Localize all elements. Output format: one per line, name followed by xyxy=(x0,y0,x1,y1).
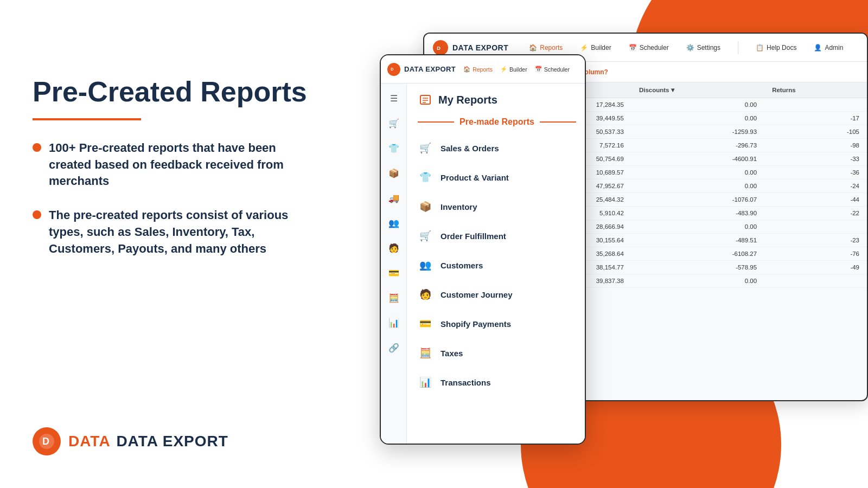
bullet-item-1: 100+ Pre-created reports that have been … xyxy=(33,140,315,190)
svg-text:D: D xyxy=(391,67,393,71)
bullet-item-2: The pre-created reports consist of vario… xyxy=(33,207,315,257)
col-header-discounts[interactable]: Discounts ▾ xyxy=(631,82,764,98)
cell-returns xyxy=(764,274,867,288)
left-content: Pre-Created Reports 100+ Pre-created rep… xyxy=(33,76,315,275)
settings-icon: ⚙️ xyxy=(686,44,694,52)
fg-screenshot: D DATA EXPORT 🏠 Reports ⚡ Builder 📅 Sche… xyxy=(380,54,586,445)
cell-returns xyxy=(764,220,867,234)
sidebar-icon-calc[interactable]: 🧮 xyxy=(386,290,402,306)
bottom-logo: D DATA DATA EXPORT xyxy=(33,427,228,455)
cell-returns: -105 xyxy=(764,125,867,139)
menu-label-shirt: Product & Variant xyxy=(441,173,509,182)
cell-returns: -24 xyxy=(764,179,867,193)
fg-nav-builder[interactable]: ⚡ Builder xyxy=(500,66,527,73)
fg-reports-icon: 🏠 xyxy=(463,66,470,73)
cell-discounts: -489.51 xyxy=(631,234,764,247)
cell-discounts: 0.00 xyxy=(631,220,764,234)
menu-icon-cart: 🛒 xyxy=(418,140,433,156)
bullet-dot-1 xyxy=(33,143,41,152)
sidebar-icon-hamburger[interactable]: ☰ xyxy=(386,90,402,106)
sidebar-icon-people[interactable]: 👥 xyxy=(386,215,402,231)
screenshots-area: D DATA EXPORT 🏠 Reports ⚡ Builder 📅 Sche… xyxy=(380,22,868,466)
cell-discounts: -4600.91 xyxy=(631,152,764,166)
menu-item-cart[interactable]: 🛒 Sales & Orders xyxy=(407,133,586,163)
menu-item-transactions[interactable]: 📊 Transactions xyxy=(407,368,586,397)
scheduler-icon: 📅 xyxy=(629,44,637,52)
bullet-text-1: 100+ Pre-created reports that have been … xyxy=(49,140,315,190)
nav-item-scheduler[interactable]: 📅 Scheduler xyxy=(626,42,672,54)
fg-sidebar: ☰ 🛒 👕 📦 🚚 👥 🧑 💳 🧮 📊 🔗 xyxy=(381,84,407,444)
sidebar-icon-person[interactable]: 🧑 xyxy=(386,240,402,256)
nav-brand: D DATA EXPORT xyxy=(433,40,508,55)
dropdown-header-icon xyxy=(418,92,433,107)
menu-item-taxes[interactable]: 🧮 Taxes xyxy=(407,338,586,368)
svg-text:D: D xyxy=(437,46,441,51)
sidebar-icon-box[interactable]: 📦 xyxy=(386,165,402,181)
fg-nav-reports[interactable]: 🏠 Reports xyxy=(463,66,493,73)
menu-icon-inventory: 📦 xyxy=(418,199,433,214)
nav-item-admin[interactable]: 👤 Admin xyxy=(810,42,846,54)
col-header-returns: Returns xyxy=(764,82,867,98)
sidebar-icon-network[interactable]: 🔗 xyxy=(386,339,402,356)
builder-icon: ⚡ xyxy=(580,44,588,52)
premade-line-left xyxy=(418,121,454,123)
fg-nav-brand-icon: D xyxy=(387,63,400,76)
sidebar-icon-chart[interactable]: 📊 xyxy=(386,314,402,331)
nav-item-helpdocs[interactable]: 📋 Help Docs xyxy=(752,42,800,54)
cell-discounts: -578.95 xyxy=(631,261,764,274)
sidebar-icon-shirt[interactable]: 👕 xyxy=(386,140,402,156)
logo-icon: D xyxy=(33,427,61,455)
menu-item-shirt[interactable]: 👕 Product & Variant xyxy=(407,163,586,192)
cell-discounts: 0.00 xyxy=(631,112,764,125)
nav-item-builder[interactable]: ⚡ Builder xyxy=(577,42,614,54)
menu-label-payments: Shopify Payments xyxy=(441,319,511,329)
cell-discounts: -1076.07 xyxy=(631,193,764,207)
menu-icon-taxes: 🧮 xyxy=(418,345,433,361)
title-underline xyxy=(33,118,141,120)
cell-returns: -49 xyxy=(764,261,867,274)
premade-label: Pre-made Reports xyxy=(407,113,586,133)
nav-item-settings[interactable]: ⚙️ Settings xyxy=(683,42,724,54)
nav-separator xyxy=(738,41,738,54)
helpdocs-icon: 📋 xyxy=(756,44,764,52)
cell-returns: -22 xyxy=(764,207,867,220)
nav-item-reports[interactable]: 🏠 Reports xyxy=(526,42,566,54)
sidebar-icon-truck[interactable]: 🚚 xyxy=(386,190,402,206)
cell-returns: -17 xyxy=(764,112,867,125)
dropdown-menu: My Reports Pre-made Reports 🛒 Sales & Or… xyxy=(407,84,586,444)
cell-returns: -98 xyxy=(764,139,867,152)
cell-returns: -33 xyxy=(764,152,867,166)
menu-label-taxes: Taxes xyxy=(441,349,463,358)
menu-label-fulfillment: Order Fulfillment xyxy=(441,232,506,241)
bullet-list: 100+ Pre-created reports that have been … xyxy=(33,140,315,258)
sidebar-icon-cart[interactable]: 🛒 xyxy=(386,115,402,131)
fg-nav-brand: D DATA EXPORT xyxy=(387,63,456,76)
cell-discounts: -483.90 xyxy=(631,207,764,220)
cell-discounts: 0.00 xyxy=(631,274,764,288)
bullet-dot-2 xyxy=(33,210,41,219)
nav-brand-text: DATA EXPORT xyxy=(452,43,508,52)
cell-returns: -36 xyxy=(764,166,867,179)
sidebar-icon-payment[interactable]: 💳 xyxy=(386,265,402,281)
menu-icon-journey: 🧑 xyxy=(418,287,433,302)
menu-icon-payments: 💳 xyxy=(418,316,433,331)
admin-icon: 👤 xyxy=(814,44,822,52)
menu-item-payments[interactable]: 💳 Shopify Payments xyxy=(407,309,586,338)
menu-label-customers: Customers xyxy=(441,261,483,270)
cell-returns xyxy=(764,98,867,112)
premade-text: Pre-made Reports xyxy=(459,117,534,127)
fg-nav-scheduler[interactable]: 📅 Scheduler xyxy=(535,66,570,73)
menu-item-customers[interactable]: 👥 Customers xyxy=(407,251,586,280)
menu-label-transactions: Transactions xyxy=(441,378,491,387)
cell-discounts: 0.00 xyxy=(631,166,764,179)
fg-builder-icon: ⚡ xyxy=(500,66,507,73)
fg-navbar: D DATA EXPORT 🏠 Reports ⚡ Builder 📅 Sche… xyxy=(381,55,585,84)
cell-returns: -23 xyxy=(764,234,867,247)
menu-item-journey[interactable]: 🧑 Customer Journey xyxy=(407,280,586,309)
premade-line-right xyxy=(540,121,576,123)
cell-discounts: -1259.93 xyxy=(631,125,764,139)
menu-item-fulfillment[interactable]: 🛒 Order Fulfillment xyxy=(407,221,586,251)
cell-returns: -44 xyxy=(764,193,867,207)
menu-item-inventory[interactable]: 📦 Inventory xyxy=(407,192,586,221)
bullet-text-2: The pre-created reports consist of vario… xyxy=(49,207,315,257)
